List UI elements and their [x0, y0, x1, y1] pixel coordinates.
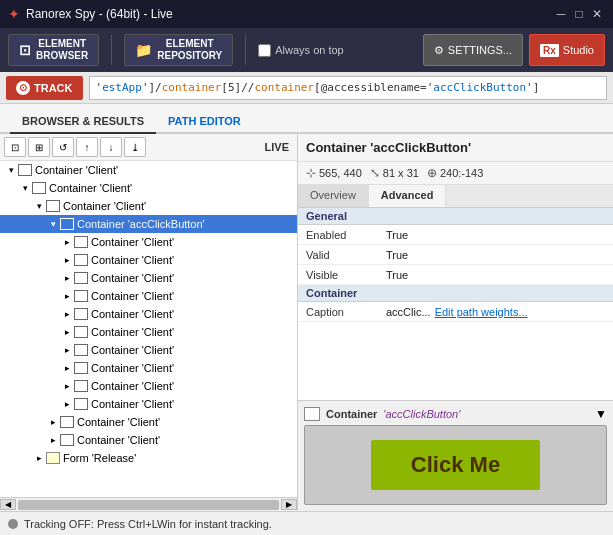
- preview-click-me-button[interactable]: Click Me: [371, 440, 540, 490]
- expand-icon[interactable]: ▸: [60, 235, 74, 249]
- coords-icon: ⊕: [427, 166, 437, 180]
- expand-icon[interactable]: ▾: [4, 163, 18, 177]
- tab-path-editor[interactable]: PATH EDITOR: [156, 110, 253, 134]
- always-on-top-label[interactable]: Always on top: [258, 44, 343, 57]
- tree-item[interactable]: ▸ Container 'Client': [0, 341, 297, 359]
- tree-item[interactable]: ▸ Container 'Client': [0, 323, 297, 341]
- tree-item[interactable]: ▸ Container 'Client': [0, 269, 297, 287]
- element-meta: ⊹ 565, 440 ⤡ 81 x 31 ⊕ 240:-143: [298, 162, 613, 185]
- element-browser-icon: ⊡: [19, 42, 31, 58]
- preview-dropdown[interactable]: ▼: [595, 407, 607, 421]
- tree-label: Container 'Client': [63, 200, 146, 212]
- tree-label: Form 'Release': [63, 452, 136, 464]
- tab-advanced[interactable]: Advanced: [369, 185, 447, 207]
- status-indicator: [8, 519, 18, 529]
- expand-icon[interactable]: ▸: [60, 253, 74, 267]
- tree-item[interactable]: ▸ Container 'Client': [0, 233, 297, 251]
- tab-browser-results[interactable]: BROWSER & RESULTS: [10, 110, 156, 134]
- app-icon: ✦: [8, 6, 20, 22]
- main-tabs: BROWSER & RESULTS PATH EDITOR: [0, 104, 613, 134]
- expand-icon[interactable]: ▾: [32, 199, 46, 213]
- status-text: Tracking OFF: Press Ctrl+LWin for instan…: [24, 518, 272, 530]
- tree-item[interactable]: ▸ Container 'Client': [0, 377, 297, 395]
- panel-btn-4[interactable]: ↑: [76, 137, 98, 157]
- always-on-top-checkbox[interactable]: [258, 44, 271, 57]
- tab-overview[interactable]: Overview: [298, 185, 369, 207]
- studio-button[interactable]: Rx Studio: [529, 34, 605, 66]
- edit-path-weights-link[interactable]: Edit path weights...: [435, 306, 528, 318]
- tree-item[interactable]: ▾ Container 'Client': [0, 161, 297, 179]
- minimize-button[interactable]: ─: [553, 6, 569, 22]
- element-browser-label: ELEMENTBROWSER: [36, 38, 88, 62]
- prop-valid-name: Valid: [306, 249, 386, 261]
- expand-icon[interactable]: ▸: [46, 415, 60, 429]
- scroll-right-button[interactable]: ▶: [281, 499, 297, 510]
- expand-icon[interactable]: ▸: [60, 307, 74, 321]
- element-browser-button[interactable]: ⊡ ELEMENTBROWSER: [8, 34, 99, 66]
- prop-visible-name: Visible: [306, 269, 386, 281]
- settings-button[interactable]: ⚙ SETTINGS...: [423, 34, 523, 66]
- tree-label: Container 'Client': [91, 290, 174, 302]
- expand-icon[interactable]: ▸: [60, 361, 74, 375]
- scroll-left-button[interactable]: ◀: [0, 499, 16, 510]
- detail-tabs: Overview Advanced: [298, 185, 613, 208]
- panel-btn-1[interactable]: ⊡: [4, 137, 26, 157]
- element-icon: [74, 362, 88, 374]
- expand-icon[interactable]: ▸: [60, 325, 74, 339]
- tree-item[interactable]: ▸ Container 'Client': [0, 395, 297, 413]
- prop-caption-name: Caption: [306, 306, 386, 318]
- maximize-button[interactable]: □: [571, 6, 587, 22]
- expand-icon[interactable]: ▸: [60, 271, 74, 285]
- horizontal-scrollbar[interactable]: ◀ ▶: [0, 497, 297, 511]
- panel-btn-2[interactable]: ⊞: [28, 137, 50, 157]
- tree-item-selected[interactable]: ▾ Container 'accClickButton': [0, 215, 297, 233]
- section-general: General: [298, 208, 613, 225]
- tree-item[interactable]: ▸ Container 'Client': [0, 305, 297, 323]
- tree-item[interactable]: ▸ Container 'Client': [0, 251, 297, 269]
- prop-visible-value: True: [386, 269, 408, 281]
- prop-enabled: Enabled True: [298, 225, 613, 245]
- toolbar-divider-1: [111, 35, 112, 65]
- position-icon: ⊹: [306, 166, 316, 180]
- expand-icon[interactable]: ▸: [60, 397, 74, 411]
- expand-icon[interactable]: ▾: [18, 181, 32, 195]
- left-panel: ⊡ ⊞ ↺ ↑ ↓ ⤓ LIVE ▾ Container 'Client' ▾ …: [0, 134, 298, 511]
- expand-icon[interactable]: ▸: [46, 433, 60, 447]
- track-label: TRACK: [34, 82, 73, 94]
- meta-size-value: 81 x 31: [383, 167, 419, 179]
- expand-icon[interactable]: ▸: [60, 289, 74, 303]
- preview-element-icon: [304, 407, 320, 421]
- tree-item[interactable]: ▸ Container 'Client': [0, 359, 297, 377]
- panel-btn-3[interactable]: ↺: [52, 137, 74, 157]
- track-path-display[interactable]: 'estApp']/container[5]//container[@acces…: [89, 76, 608, 100]
- track-button[interactable]: ⊙ TRACK: [6, 76, 83, 100]
- scroll-thumb[interactable]: [18, 500, 279, 510]
- element-icon: [32, 182, 46, 194]
- tree-item[interactable]: ▾ Container 'Client': [0, 179, 297, 197]
- panel-btn-6[interactable]: ⤓: [124, 137, 146, 157]
- expand-icon[interactable]: ▸: [32, 451, 46, 465]
- tree-item[interactable]: ▸ Form 'Release': [0, 449, 297, 467]
- expand-icon[interactable]: ▸: [60, 343, 74, 357]
- element-tree[interactable]: ▾ Container 'Client' ▾ Container 'Client…: [0, 161, 297, 497]
- close-button[interactable]: ✕: [589, 6, 605, 22]
- element-repository-icon: 📁: [135, 42, 152, 58]
- element-repository-button[interactable]: 📁 ELEMENTREPOSITORY: [124, 34, 233, 66]
- tab-overview-label: Overview: [310, 189, 356, 201]
- element-icon: [74, 326, 88, 338]
- window-controls[interactable]: ─ □ ✕: [553, 6, 605, 22]
- panel-btn-5[interactable]: ↓: [100, 137, 122, 157]
- panel-toolbar: ⊡ ⊞ ↺ ↑ ↓ ⤓ LIVE: [0, 134, 297, 161]
- tree-item[interactable]: ▸ Container 'Client': [0, 287, 297, 305]
- track-icon: ⊙: [16, 81, 30, 95]
- tree-label: Container 'Client': [91, 398, 174, 410]
- tree-item[interactable]: ▾ Container 'Client': [0, 197, 297, 215]
- expand-icon[interactable]: ▸: [60, 379, 74, 393]
- expand-icon[interactable]: ▾: [46, 217, 60, 231]
- tree-item[interactable]: ▸ Container 'Client': [0, 413, 297, 431]
- section-general-label: General: [306, 210, 347, 222]
- tree-item[interactable]: ▸ Container 'Client': [0, 431, 297, 449]
- element-repository-label: ELEMENTREPOSITORY: [157, 38, 222, 62]
- tab-path-editor-label: PATH EDITOR: [168, 115, 241, 127]
- studio-icon: Rx: [540, 44, 559, 57]
